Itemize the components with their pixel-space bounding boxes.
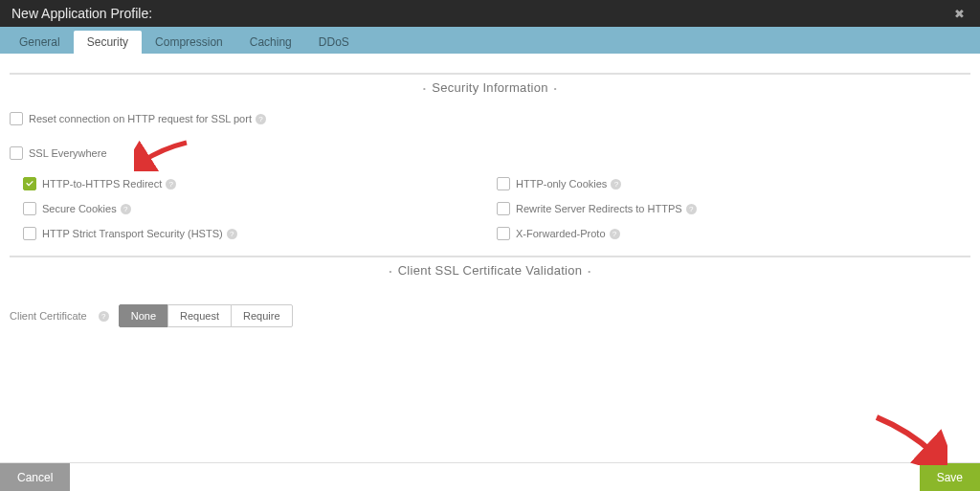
section-title-security: Security Information (10, 74, 970, 106)
label-hsts: HTTP Strict Transport Security (HSTS) (42, 228, 223, 239)
cert-option-request[interactable]: Request (167, 304, 232, 327)
tab-bar: General Security Compression Caching DDo… (0, 27, 980, 54)
tab-compression[interactable]: Compression (142, 31, 236, 54)
label-rewrite-redirects: Rewrite Server Redirects to HTTPS (516, 203, 682, 214)
cert-option-require[interactable]: Require (231, 304, 293, 327)
label-secure-cookies: Secure Cookies (42, 203, 117, 214)
tab-general[interactable]: General (6, 31, 74, 54)
cancel-button[interactable]: Cancel (0, 463, 70, 491)
footer-bar: Cancel Save (0, 462, 980, 491)
window-title: New Application Profile: (11, 6, 152, 21)
client-certificate-label: Client Certificate (10, 310, 87, 322)
label-http-https-redirect: HTTP-to-HTTPS Redirect (42, 178, 162, 190)
label-ssl-everywhere: SSL Everywhere (29, 147, 107, 159)
section-title-client-ssl: Client SSL Certificate Validation (10, 257, 970, 289)
help-icon[interactable] (227, 229, 237, 239)
help-icon[interactable] (611, 179, 621, 190)
help-icon[interactable] (610, 229, 620, 239)
tab-ddos[interactable]: DDoS (305, 31, 363, 54)
checkbox-http-only-cookies[interactable] (497, 177, 510, 190)
help-icon[interactable] (256, 114, 266, 124)
checkbox-reset-connection[interactable] (10, 112, 23, 125)
label-x-forwarded-proto: X-Forwarded-Proto (516, 228, 606, 239)
title-bar: New Application Profile: ✖ (0, 0, 980, 27)
annotation-arrow-icon (871, 412, 947, 465)
help-icon[interactable] (121, 204, 131, 214)
checkbox-x-forwarded-proto[interactable] (497, 227, 510, 240)
label-http-only-cookies: HTTP-only Cookies (516, 178, 607, 190)
save-button[interactable]: Save (920, 463, 980, 491)
checkbox-http-https-redirect[interactable] (23, 177, 36, 190)
checkbox-secure-cookies[interactable] (23, 202, 36, 215)
checkbox-ssl-everywhere[interactable] (10, 146, 23, 160)
tab-caching[interactable]: Caching (236, 31, 305, 54)
label-reset-connection: Reset connection on HTTP request for SSL… (29, 113, 252, 124)
checkbox-hsts[interactable] (23, 227, 36, 240)
help-icon[interactable] (99, 311, 109, 322)
cert-option-none[interactable]: None (119, 304, 168, 327)
client-certificate-segmented: None Request Require (119, 304, 293, 327)
tab-security[interactable]: Security (74, 31, 142, 54)
checkbox-rewrite-redirects[interactable] (497, 202, 510, 215)
close-icon[interactable]: ✖ (950, 7, 969, 21)
help-icon[interactable] (166, 179, 176, 190)
help-icon[interactable] (686, 204, 697, 214)
